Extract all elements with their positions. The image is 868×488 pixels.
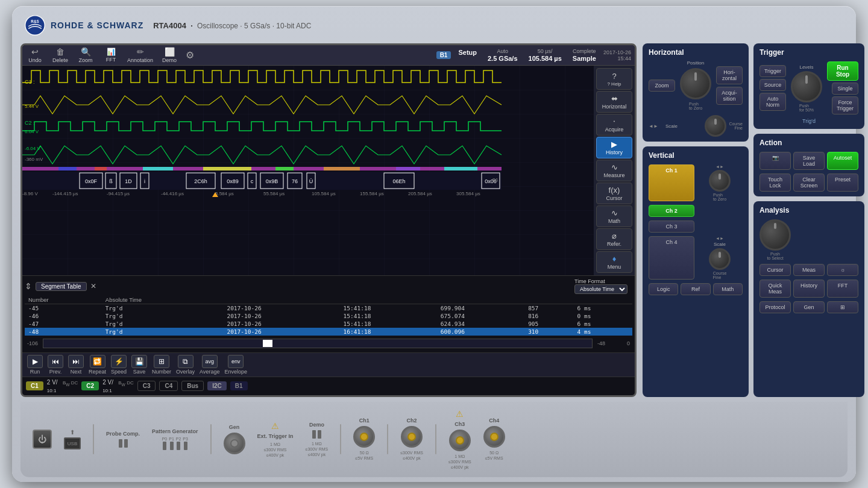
ref-button[interactable]: Ref (681, 283, 710, 295)
save-load-button[interactable]: SaveLoad (793, 152, 825, 170)
fft-ctrl-button[interactable]: FFT (827, 280, 858, 298)
autoset-button[interactable]: Autoset (827, 152, 858, 170)
history-button[interactable]: ▶ History (596, 137, 632, 158)
prev-button[interactable]: ⏮ Prev. (48, 355, 63, 375)
svg-point-0 (25, 16, 45, 35)
repeat-button[interactable]: 🔁 Repeat (89, 355, 106, 375)
gen-ctrl-button[interactable]: Gen (793, 301, 825, 313)
cursor-ctrl-button[interactable]: Cursor (760, 264, 791, 276)
camera-button[interactable]: 📷 (760, 152, 791, 170)
measure-button[interactable]: ∿ Measure (596, 160, 632, 181)
ch4-button[interactable]: Ch 4 (649, 236, 694, 280)
brightness-button[interactable]: ☼ (827, 264, 858, 276)
svg-text:5.44 V: 5.44 V (25, 104, 39, 109)
push-to-zero-label: Pushto Zero (689, 102, 702, 110)
quick-meas-button[interactable]: QuickMeas (760, 280, 791, 298)
i2c-badge[interactable]: I2C (207, 381, 227, 390)
preset-button[interactable]: Preset (827, 174, 858, 192)
table-row[interactable]: -46 Trg'd 2017-10-26 15:41:18 675.074 81… (25, 312, 632, 320)
cursor-button[interactable]: f(x) Cursor (596, 183, 632, 204)
segment-table-area: ⇕ Segment Table ✕ Time Format Absolute T… (22, 275, 635, 352)
protocol-button[interactable]: Protocol (760, 301, 791, 313)
history-ctrl-button[interactable]: History (793, 280, 825, 298)
usb-port[interactable]: USB (64, 437, 81, 449)
ch1-button[interactable]: Ch 1 (649, 164, 694, 201)
scale-ch-knob[interactable] (709, 248, 731, 270)
segment-table-title[interactable]: Segment Table (36, 282, 87, 291)
meas-button[interactable]: Meas (793, 264, 825, 276)
ch1-badge[interactable]: C1 (26, 381, 43, 390)
logic-button[interactable]: Logic (649, 283, 678, 295)
average-button[interactable]: avg Average (200, 355, 219, 375)
seg-expand-icon[interactable]: ⇕ (25, 281, 32, 291)
position-knob[interactable] (680, 68, 711, 99)
number-button[interactable]: ⊞ Number (152, 355, 171, 375)
zoom-button[interactable]: 🔍 Zoom (77, 47, 95, 63)
ch4-badge[interactable]: C4 (159, 381, 178, 391)
ch1-scale: 2 V/ BW DC10:1 (47, 379, 78, 393)
ch2-badge[interactable]: C2 (81, 381, 99, 390)
run-button[interactable]: ▶ Run (27, 355, 43, 375)
ch4-front-group: Ch4 50 Ω≤5V RMS (483, 418, 505, 461)
acquisition-ctrl-button[interactable]: Acqui-sition (716, 87, 743, 105)
trigger-knob[interactable] (791, 71, 822, 102)
probe-pin-1 (119, 439, 122, 448)
help-button[interactable]: ? ? Help (596, 68, 632, 90)
envelope-button[interactable]: env Envelope (224, 355, 247, 375)
ch1-pos-knob[interactable] (709, 170, 731, 192)
analysis-title: Analysis (760, 206, 858, 214)
ch2-button[interactable]: Ch 2 (649, 205, 694, 217)
save-button[interactable]: 💾 Save (131, 355, 147, 375)
touch-lock-button[interactable]: TouchLock (760, 174, 791, 192)
math-ctrl-button[interactable]: Math (713, 283, 743, 295)
speed-button[interactable]: ⚡ Speed (111, 355, 127, 375)
svg-text:0x9B: 0x9B (266, 178, 278, 184)
undo-button[interactable]: ↩ Undo (26, 47, 44, 63)
trigger-button[interactable]: Trigger (760, 65, 786, 77)
table-row-selected[interactable]: -48 Trg'd 2017-10-26 16:41:18 600.096 31… (25, 328, 632, 336)
ch3-button[interactable]: Ch 3 (649, 221, 694, 233)
vertical-section: Vertical Ch 1 ◄► Pushto Zero Ch 2 (643, 146, 749, 397)
svg-text:-8.96 V: -8.96 V (22, 191, 38, 196)
next-button[interactable]: ⏭ Next (68, 355, 84, 375)
math-button[interactable]: ∿ Math (596, 205, 632, 227)
zoom-ctrl-button[interactable]: Zoom (649, 80, 675, 92)
auto-norm-button[interactable]: Auto Norm (760, 93, 786, 111)
playback-bar: ▶ Run ⏮ Prev. ⏭ Next 🔁 Repeat ⚡ Speed (22, 352, 635, 377)
delete-button[interactable]: 🗑 Delete (51, 47, 69, 63)
acquire-button[interactable]: ⬝ Acquire (596, 114, 632, 136)
svg-rect-9 (275, 167, 294, 170)
scale-knob[interactable] (705, 115, 726, 137)
power-button[interactable]: ⏻ (33, 430, 52, 449)
clear-screen-button[interactable]: ClearScreen (793, 174, 825, 192)
side-menu: ? ? Help ⬌ Horizontal ⬝ Acquire ▶ Histor… (594, 66, 635, 275)
svg-text:6.04 V: 6.04 V (25, 129, 39, 134)
horizontal-button[interactable]: ⬌ Horizontal (596, 91, 632, 113)
ch2-controls: Ch 2 (649, 205, 743, 217)
time-format-select[interactable]: Absolute Time Relative Time (574, 284, 627, 294)
instrument-body: R&S ROHDE & SCHWARZ RTA4004 · Oscillosco… (12, 6, 856, 482)
seg-close-icon[interactable]: ✕ (90, 282, 96, 290)
single-button[interactable]: Single (832, 83, 858, 95)
references-button[interactable]: ⌀ Refer. (596, 228, 632, 250)
menu-button[interactable]: ♦ Menu (596, 251, 632, 273)
settings-icon[interactable]: ⚙ (186, 49, 194, 61)
table-row[interactable]: -47 Trg'd 2017-10-26 15:41:18 624.934 90… (25, 320, 632, 328)
fft-button[interactable]: 📊 FFT (102, 48, 120, 63)
demo-button[interactable]: ⬜ Demo (160, 47, 178, 63)
separator-4 (387, 424, 388, 454)
table-row[interactable]: -45 Trg'd 2017-10-26 15:41:18 699.904 85… (25, 304, 632, 313)
annotation-button[interactable]: ✏ Annotation (127, 47, 153, 63)
force-trigger-button[interactable]: ForceTrigger (832, 96, 858, 114)
overlay-button[interactable]: ⧉ Overlay (176, 355, 195, 375)
b1-chan-badge[interactable]: B1 (230, 381, 248, 390)
source-button[interactable]: Source (760, 79, 786, 91)
brand-name: ROHDE & SCHWARZ (51, 20, 143, 30)
ch3-badge[interactable]: C3 (137, 381, 156, 391)
horizontal-ctrl-button[interactable]: Hori- zontal (716, 66, 743, 84)
analysis-knob[interactable] (760, 219, 791, 251)
run-stop-button[interactable]: RunStop (827, 61, 858, 81)
grid-button[interactable]: ⊞ (827, 301, 858, 313)
trigger-controls: Trigger Source Auto Norm Levels Pushfor … (760, 61, 858, 114)
bus-badge[interactable]: Bus (181, 381, 204, 391)
